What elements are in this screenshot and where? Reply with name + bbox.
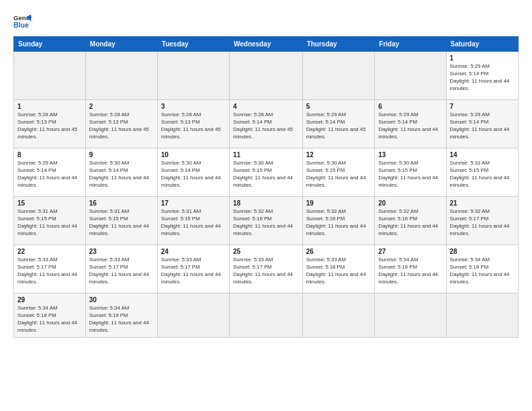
day-info: Sunrise: 5:29 AMSunset: 5:14 PMDaylight:…: [378, 111, 442, 141]
day-info: Sunrise: 5:31 AMSunset: 5:15 PMDaylight:…: [89, 208, 154, 238]
calendar-cell: 4Sunrise: 5:28 AMSunset: 5:14 PMDaylight…: [229, 100, 302, 148]
day-number: 17: [161, 199, 226, 207]
calendar-cell: 2Sunrise: 5:28 AMSunset: 5:13 PMDaylight…: [85, 100, 157, 148]
day-number: 24: [161, 248, 226, 255]
weekday-header: Saturday: [446, 37, 518, 52]
calendar-cell: 3Sunrise: 5:28 AMSunset: 5:13 PMDaylight…: [157, 100, 229, 148]
calendar-cell: [229, 293, 302, 338]
calendar-cell: 26Sunrise: 5:33 AMSunset: 5:18 PMDayligh…: [302, 245, 375, 293]
calendar-cell: 30Sunrise: 5:34 AMSunset: 5:19 PMDayligh…: [85, 293, 157, 338]
day-number: 8: [17, 151, 82, 158]
day-number: 12: [306, 151, 371, 158]
day-number: 20: [378, 199, 442, 207]
day-info: Sunrise: 5:34 AMSunset: 5:18 PMDaylight:…: [450, 257, 515, 286]
day-info: Sunrise: 5:29 AMSunset: 5:14 PMDaylight:…: [450, 63, 515, 93]
calendar-cell: 29Sunrise: 5:34 AMSunset: 5:18 PMDayligh…: [14, 293, 86, 338]
day-number: 6: [378, 103, 442, 110]
day-info: Sunrise: 5:30 AMSunset: 5:14 PMDaylight:…: [161, 160, 226, 189]
day-info: Sunrise: 5:33 AMSunset: 5:17 PMDaylight:…: [233, 257, 299, 286]
day-info: Sunrise: 5:34 AMSunset: 5:19 PMDaylight:…: [89, 305, 154, 334]
weekday-header: Wednesday: [229, 37, 302, 52]
weekday-header: Sunday: [14, 37, 86, 52]
day-number: 1: [17, 103, 82, 110]
calendar-cell: 6Sunrise: 5:29 AMSunset: 5:14 PMDaylight…: [375, 100, 446, 148]
day-info: Sunrise: 5:33 AMSunset: 5:17 PMDaylight:…: [161, 257, 226, 286]
calendar-cell: [302, 293, 375, 338]
calendar-page: General Blue SundayMondayTuesdayWednesda…: [0, 0, 532, 411]
day-number: 2: [89, 103, 154, 110]
calendar-cell: 14Sunrise: 5:31 AMSunset: 5:15 PMDayligh…: [446, 148, 518, 197]
day-number: 11: [233, 151, 299, 158]
day-info: Sunrise: 5:34 AMSunset: 5:18 PMDaylight:…: [17, 305, 82, 334]
day-number: 4: [233, 103, 299, 110]
day-number: 5: [306, 103, 371, 110]
calendar-cell: 27Sunrise: 5:34 AMSunset: 5:18 PMDayligh…: [375, 245, 446, 293]
day-number: 22: [17, 248, 82, 255]
day-number: 18: [233, 199, 299, 207]
weekday-header: Thursday: [302, 37, 375, 52]
day-info: Sunrise: 5:30 AMSunset: 5:14 PMDaylight:…: [89, 160, 154, 189]
day-number: 27: [378, 248, 442, 255]
calendar-cell: [375, 293, 446, 338]
logo-icon: General Blue: [13, 12, 32, 31]
weekday-header: Monday: [85, 37, 157, 52]
day-info: Sunrise: 5:30 AMSunset: 5:15 PMDaylight:…: [306, 160, 371, 189]
calendar-cell: 13Sunrise: 5:30 AMSunset: 5:15 PMDayligh…: [375, 148, 446, 197]
calendar-cell: 12Sunrise: 5:30 AMSunset: 5:15 PMDayligh…: [302, 148, 375, 197]
calendar-cell: 24Sunrise: 5:33 AMSunset: 5:17 PMDayligh…: [157, 245, 229, 293]
day-info: Sunrise: 5:31 AMSunset: 5:15 PMDaylight:…: [17, 208, 82, 238]
day-number: 29: [17, 296, 82, 304]
calendar-cell: [14, 52, 86, 100]
day-info: Sunrise: 5:32 AMSunset: 5:16 PMDaylight:…: [233, 208, 299, 238]
logo: General Blue: [13, 12, 32, 31]
day-info: Sunrise: 5:32 AMSunset: 5:17 PMDaylight:…: [450, 208, 515, 238]
day-number: 9: [89, 151, 154, 158]
day-info: Sunrise: 5:28 AMSunset: 5:13 PMDaylight:…: [17, 111, 82, 141]
calendar-cell: 15Sunrise: 5:31 AMSunset: 5:15 PMDayligh…: [14, 197, 86, 245]
calendar-cell: 20Sunrise: 5:32 AMSunset: 5:16 PMDayligh…: [375, 197, 446, 245]
calendar-cell: 28Sunrise: 5:34 AMSunset: 5:18 PMDayligh…: [446, 245, 518, 293]
calendar-cell: 8Sunrise: 5:29 AMSunset: 5:14 PMDaylight…: [14, 148, 86, 197]
calendar-cell: 10Sunrise: 5:30 AMSunset: 5:14 PMDayligh…: [157, 148, 229, 197]
day-number: 28: [450, 248, 515, 255]
day-number: 23: [89, 248, 154, 255]
day-number: 14: [450, 151, 515, 158]
day-number: 7: [450, 103, 515, 110]
day-number: 26: [306, 248, 371, 255]
day-number: 30: [89, 296, 154, 304]
calendar-cell: 9Sunrise: 5:30 AMSunset: 5:14 PMDaylight…: [85, 148, 157, 197]
day-number: 25: [233, 248, 299, 255]
svg-text:Blue: Blue: [13, 21, 29, 29]
calendar-cell: [229, 52, 302, 100]
day-info: Sunrise: 5:32 AMSunset: 5:16 PMDaylight:…: [306, 208, 371, 238]
weekday-header: Tuesday: [157, 37, 229, 52]
calendar-cell: 16Sunrise: 5:31 AMSunset: 5:15 PMDayligh…: [85, 197, 157, 245]
day-number: 19: [306, 199, 371, 207]
calendar-table: SundayMondayTuesdayWednesdayThursdayFrid…: [13, 36, 519, 338]
day-info: Sunrise: 5:29 AMSunset: 5:14 PMDaylight:…: [17, 160, 82, 189]
calendar-cell: [375, 52, 446, 100]
day-info: Sunrise: 5:31 AMSunset: 5:16 PMDaylight:…: [161, 208, 226, 238]
calendar-cell: 11Sunrise: 5:30 AMSunset: 5:15 PMDayligh…: [229, 148, 302, 197]
calendar-cell: 1Sunrise: 5:29 AMSunset: 5:14 PMDaylight…: [446, 52, 518, 100]
calendar-cell: [157, 293, 229, 338]
calendar-cell: 5Sunrise: 5:29 AMSunset: 5:14 PMDaylight…: [302, 100, 375, 148]
day-number: 15: [17, 199, 82, 207]
day-info: Sunrise: 5:30 AMSunset: 5:15 PMDaylight:…: [233, 160, 299, 189]
calendar-cell: 7Sunrise: 5:29 AMSunset: 5:14 PMDaylight…: [446, 100, 518, 148]
day-number: 1: [450, 54, 515, 62]
calendar-cell: 23Sunrise: 5:33 AMSunset: 5:17 PMDayligh…: [85, 245, 157, 293]
day-info: Sunrise: 5:33 AMSunset: 5:17 PMDaylight:…: [17, 257, 82, 286]
day-info: Sunrise: 5:34 AMSunset: 5:18 PMDaylight:…: [378, 257, 442, 286]
day-number: 16: [89, 199, 154, 207]
calendar-cell: 18Sunrise: 5:32 AMSunset: 5:16 PMDayligh…: [229, 197, 302, 245]
calendar-cell: 22Sunrise: 5:33 AMSunset: 5:17 PMDayligh…: [14, 245, 86, 293]
calendar-cell: 17Sunrise: 5:31 AMSunset: 5:16 PMDayligh…: [157, 197, 229, 245]
calendar-cell: 1Sunrise: 5:28 AMSunset: 5:13 PMDaylight…: [14, 100, 86, 148]
day-info: Sunrise: 5:33 AMSunset: 5:18 PMDaylight:…: [306, 257, 371, 286]
weekday-header: Friday: [375, 37, 446, 52]
calendar-cell: 21Sunrise: 5:32 AMSunset: 5:17 PMDayligh…: [446, 197, 518, 245]
day-info: Sunrise: 5:32 AMSunset: 5:16 PMDaylight:…: [378, 208, 442, 238]
day-info: Sunrise: 5:33 AMSunset: 5:17 PMDaylight:…: [89, 257, 154, 286]
day-info: Sunrise: 5:31 AMSunset: 5:15 PMDaylight:…: [450, 160, 515, 189]
